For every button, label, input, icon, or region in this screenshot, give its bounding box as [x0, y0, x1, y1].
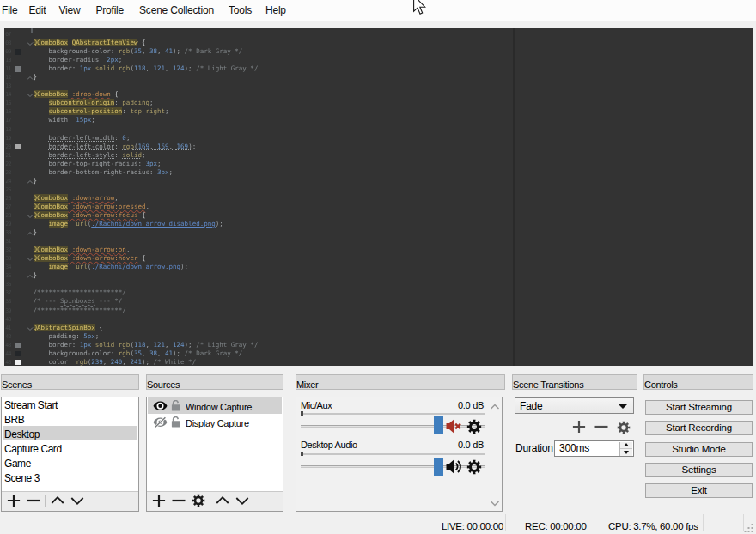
fold-open-icon[interactable] [27, 325, 34, 332]
add-button[interactable] [149, 494, 168, 507]
start-streaming-button[interactable]: Start Streaming [645, 400, 753, 415]
code-token: width [49, 116, 69, 124]
code-token: 5px [83, 332, 95, 340]
code-text: image: url(./Rachni/down_arrow_disabled.… [34, 220, 223, 228]
preview-area[interactable]: 0708QComboBox QAbstractItemView {09 back… [4, 28, 753, 366]
code-line: 12} [4, 73, 753, 82]
speaker-icon[interactable] [446, 459, 461, 475]
exit-button[interactable]: Exit [645, 483, 753, 498]
code-token: : [111, 349, 119, 357]
code-token: , [165, 64, 173, 72]
menu-view[interactable]: View [51, 0, 88, 21]
scene-item-game[interactable]: Game [3, 457, 137, 471]
start-recording-button[interactable]: Start Recording [645, 421, 753, 435]
scene-item-capture-card[interactable]: Capture Card [3, 442, 137, 457]
gear-button[interactable] [188, 494, 208, 507]
down-button[interactable] [232, 494, 252, 507]
channel-settings-gear-icon[interactable] [466, 459, 482, 475]
up-button[interactable] [47, 494, 67, 507]
controls-dock-header[interactable]: Controls [643, 374, 753, 390]
menu-edit[interactable]: Edit [21, 0, 54, 21]
live-time: LIVE: 00:00:00 [442, 521, 503, 531]
code-token: 15px [76, 116, 91, 124]
lock-icon[interactable] [171, 400, 181, 413]
line-number: 42 [4, 333, 12, 340]
statusbar-separator [703, 514, 704, 531]
color-swatch [15, 49, 21, 55]
fold-open-icon[interactable] [27, 92, 34, 99]
fold-close-icon[interactable] [27, 75, 34, 82]
line-number: 16 [4, 108, 12, 115]
transitions-dock-header[interactable]: Scene Transitions [512, 374, 637, 390]
fold-close-icon[interactable] [27, 273, 34, 280]
settings-button[interactable]: Settings [645, 463, 753, 477]
code-token: QComboBox [34, 203, 69, 210]
code-text: subcontrol-origin: padding; [34, 99, 154, 107]
mixer-title: Mixer [296, 379, 318, 390]
add-button[interactable] [3, 494, 23, 507]
unlock-icon [171, 416, 181, 428]
visibility-icon[interactable] [153, 401, 168, 413]
code-line: 35} [4, 271, 753, 280]
line-number: 45 [4, 359, 12, 366]
mixer-scroll-up[interactable] [489, 403, 500, 411]
fold-close-icon[interactable] [27, 179, 34, 185]
menu-help[interactable]: Help [258, 0, 294, 21]
code-token: ; [149, 99, 154, 106]
fold-close-icon[interactable] [27, 230, 34, 237]
code-text: color: rgb(239, 240, 241); /* White */ [34, 358, 197, 366]
source-item-window-capture[interactable]: Window Capture [148, 398, 282, 415]
code-token: { [137, 211, 145, 219]
code-token: } [34, 73, 38, 81]
visibility-off-icon[interactable] [153, 416, 168, 429]
menu-profile[interactable]: Profile [88, 0, 131, 21]
studio-mode-button[interactable]: Studio Mode [645, 442, 753, 457]
volume-slider-handle[interactable] [434, 416, 443, 434]
up-button[interactable] [212, 494, 232, 507]
spin-down-button[interactable] [620, 449, 632, 456]
mixer-scroll-down[interactable] [489, 499, 500, 507]
spin-up-button[interactable] [620, 442, 632, 449]
fold-open-icon[interactable] [27, 213, 34, 220]
code-token: { [137, 39, 145, 46]
code-line: 26QComboBox::down-arrow, [4, 194, 753, 203]
mixer-dock-header[interactable]: Mixer [296, 374, 505, 390]
remove-button[interactable] [168, 494, 188, 507]
transition-gear-button[interactable] [617, 421, 631, 434]
code-token: 38 [149, 47, 157, 55]
source-item-display-capture[interactable]: Display Capture [148, 415, 282, 431]
channel-settings-gear-icon[interactable] [466, 419, 482, 434]
volume-slider-handle[interactable] [434, 458, 443, 476]
code-line: 44 background-color: rgb(35, 38, 41); /*… [4, 349, 753, 358]
sources-title: Sources [147, 379, 180, 390]
fold-open-icon[interactable] [27, 40, 34, 47]
line-number: 11 [4, 65, 12, 72]
resize-grip[interactable] [744, 521, 754, 531]
code-token: ::down-arrow [68, 203, 114, 210]
minus-icon [594, 420, 608, 434]
source-label: Display Capture [186, 418, 249, 428]
lock-icon[interactable] [171, 416, 181, 429]
menu-tools[interactable]: Tools [221, 0, 259, 21]
remove-button[interactable] [23, 494, 43, 507]
code-token: , [157, 47, 165, 55]
scenes-dock-header[interactable]: Scenes [1, 374, 139, 390]
code-token: 121 [153, 341, 165, 349]
scene-item-desktop[interactable]: Desktop [3, 428, 137, 442]
transition-add-button[interactable] [572, 420, 586, 434]
statusbar-separator [430, 514, 430, 531]
code-token: subcontrol-origin [49, 99, 115, 106]
sources-dock-header[interactable]: Sources [146, 374, 284, 390]
fold-open-icon[interactable] [27, 256, 34, 263]
mute-icon[interactable] [446, 419, 461, 434]
scene-item-stream-start[interactable]: Stream Start [3, 398, 137, 413]
code-line: 41QAbstractSpinBox { [4, 324, 753, 332]
code-token: 2px [107, 56, 119, 64]
duration-spinbox[interactable]: 300ms [554, 440, 634, 457]
menu-scene-collection[interactable]: Scene Collection [131, 0, 222, 21]
down-button[interactable] [67, 494, 87, 507]
code-line: 28QComboBox::down-arrow:focus { [4, 211, 753, 220]
transition-select[interactable]: Fade [515, 397, 634, 414]
scene-item-scene-3[interactable]: Scene 3 [3, 471, 137, 486]
transition-remove-button[interactable] [594, 420, 608, 434]
